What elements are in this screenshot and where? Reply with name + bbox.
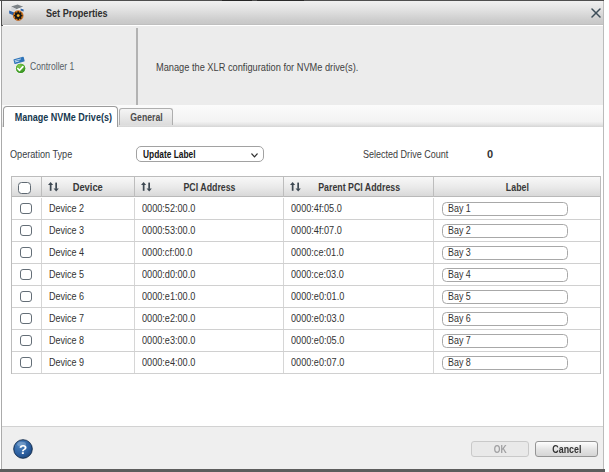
svg-text:?: ? [19, 442, 27, 457]
